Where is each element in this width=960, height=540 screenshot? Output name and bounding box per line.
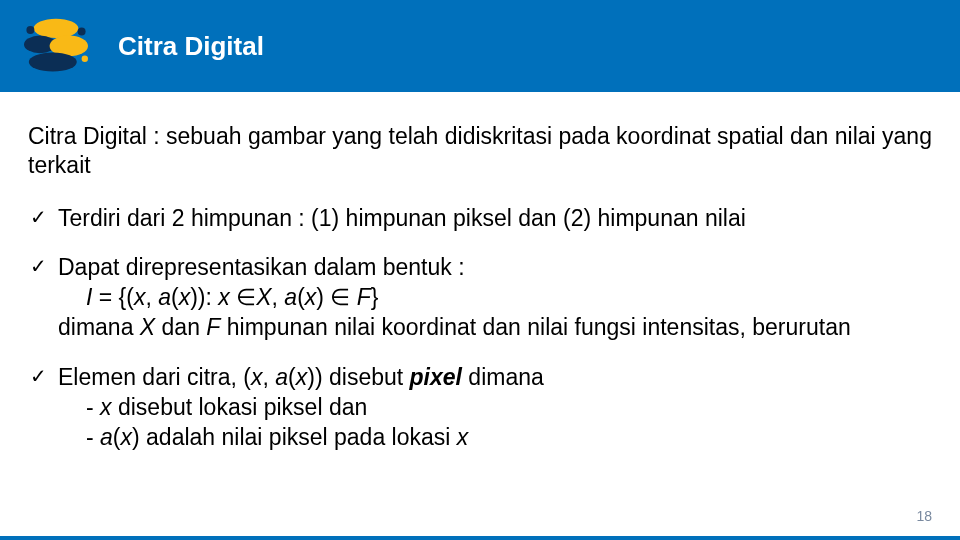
svg-point-6 (82, 56, 88, 62)
bullet-list: Terdiri dari 2 himpunan : (1) himpunan p… (28, 204, 938, 453)
svg-point-4 (26, 26, 34, 34)
svg-point-5 (78, 28, 86, 36)
bullet-2-where: dimana X dan F himpunan nilai koordinat … (58, 314, 851, 340)
bullet-2-formula: I = {(x, a(x)): x ∈X, a(x) ∈ F} (58, 283, 938, 313)
bullet-3-sub1: - x disebut lokasi piksel dan (58, 393, 938, 423)
footer-accent-bar (0, 536, 960, 540)
logo (12, 2, 100, 90)
slide-header: Citra Digital (0, 0, 960, 92)
slide-body: Citra Digital : sebuah gambar yang telah… (0, 92, 960, 536)
bullet-2: Dapat direpresentasikan dalam bentuk : I… (28, 253, 938, 343)
svg-point-0 (34, 19, 79, 38)
page-number: 18 (916, 508, 932, 524)
bullet-1-text: Terdiri dari 2 himpunan : (1) himpunan p… (58, 205, 746, 231)
bullet-3: Elemen dari citra, (x, a(x)) disebut pix… (28, 363, 938, 453)
bullet-2-lead: Dapat direpresentasikan dalam bentuk : (58, 254, 465, 280)
svg-point-3 (29, 52, 77, 71)
logo-icon (16, 6, 96, 86)
pixel-term: pixel (410, 364, 462, 390)
bullet-3-sub2: - a(x) adalah nilai piksel pada lokasi x (58, 423, 938, 453)
slide-title: Citra Digital (118, 31, 264, 62)
bullet-1: Terdiri dari 2 himpunan : (1) himpunan p… (28, 204, 938, 234)
intro-text: Citra Digital : sebuah gambar yang telah… (28, 122, 938, 180)
